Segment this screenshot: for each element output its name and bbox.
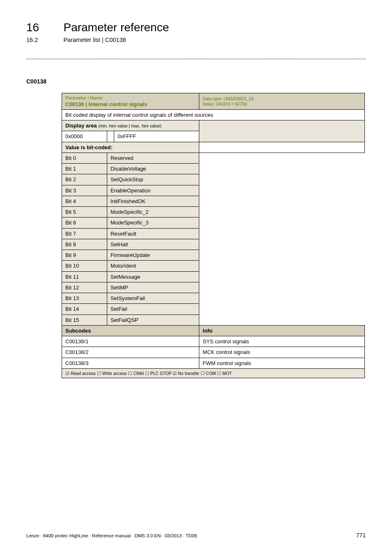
bit-label: Bit 5 (62, 207, 107, 217)
parameter-id-heading: C00138 (26, 78, 366, 85)
subcode-left: C00138/3 (62, 358, 199, 368)
bit-row: Bit 0Reserved (62, 153, 365, 163)
section-title: Parameter list | C00138 (63, 37, 126, 43)
bit-row: Bit 13SetSystemFail (62, 293, 365, 304)
bit-desc: SetHalt (107, 239, 199, 250)
section-number: 16.2 (26, 37, 62, 43)
bit-label: Bit 4 (62, 196, 107, 206)
chapter-number: 16 (26, 21, 62, 34)
bit-row: Bit 7ResetFault (62, 228, 365, 239)
bit-row: Bit 12SetIMP (62, 282, 365, 293)
bit-label: Bit 1 (62, 164, 107, 174)
subcodes-header-left: Subcodes (62, 325, 199, 336)
display-area-label: Display area (65, 123, 97, 129)
bit-desc: EnableOperation (107, 185, 199, 196)
bit-desc: ModeSpecific_2 (107, 207, 199, 217)
bit-label: Bit 3 (62, 185, 107, 196)
subcode-row: C00138/1SYS control signals (62, 336, 365, 347)
header-index: Index: 24437d = 5F75h (203, 102, 361, 107)
header-datatype: Data type: UNSIGNED_16 (203, 96, 361, 102)
header-param-name: C00138 | Internal control signals (65, 101, 196, 108)
bit-desc: ModeSpecific_3 (107, 217, 199, 228)
bit-label: Bit 9 (62, 250, 107, 261)
subcode-row: C00138/3FWM control signals (62, 358, 365, 368)
bit-label: Bit 10 (62, 261, 107, 271)
bit-desc: SetIMP (107, 282, 199, 293)
subcode-right: MCK control signals (199, 347, 365, 358)
subcode-left: C00138/2 (62, 347, 199, 358)
bit-row: Bit 5ModeSpecific_2 (62, 207, 365, 217)
table-header-row: Parameter | Name: C00138 | Internal cont… (62, 93, 365, 109)
subcodes-header-right: Info (199, 325, 365, 336)
bit-row: Bit 14SetFail (62, 304, 365, 314)
subcode-row: C00138/2MCK control signals (62, 347, 365, 358)
subcode-right: SYS control signals (199, 336, 365, 347)
description-row: Bit coded display of internal control si… (62, 109, 365, 120)
display-max: 0xFFFF (114, 131, 199, 142)
page-number: 771 (356, 532, 366, 539)
bit-label: Bit 11 (62, 271, 107, 282)
bit-desc: SetSystemFail (107, 293, 199, 304)
bit-row: Bit 10MotorIdent (62, 261, 365, 271)
bit-label: Bit 2 (62, 174, 107, 185)
bit-label: Bit 6 (62, 217, 107, 228)
access-footer-row: ☑ Read access ☐ Write access ☐ CINH ☐ PL… (62, 368, 365, 378)
bit-row: Bit 4InitFinishedOK (62, 196, 365, 206)
bit-desc: MotorIdent (107, 261, 199, 271)
bit-desc: SetFailQSP (107, 314, 199, 325)
bit-row: Bit 8SetHalt (62, 239, 365, 250)
bit-label: Bit 0 (62, 153, 107, 163)
bit-desc: SetQuickStop (107, 174, 199, 185)
bit-desc: FirmwareUpdate (107, 250, 199, 261)
bit-label: Bit 7 (62, 228, 107, 239)
bit-label: Bit 14 (62, 304, 107, 314)
access-footer-text: ☑ Read access ☐ Write access ☐ CINH ☐ PL… (62, 368, 365, 378)
bit-desc: SetMessage (107, 271, 199, 282)
bit-label: Bit 15 (62, 314, 107, 325)
description-text: Bit coded display of internal control si… (62, 109, 365, 120)
bit-desc: InitFinishedOK (107, 196, 199, 206)
display-area-empty (199, 120, 365, 142)
bit-row: Bit 15SetFailQSP (62, 314, 365, 325)
subcode-left: C00138/1 (62, 336, 199, 347)
bit-desc: SetFail (107, 304, 199, 314)
bit-row: Bit 3EnableOperation (62, 185, 365, 196)
parameter-table: Parameter | Name: C00138 | Internal cont… (62, 93, 365, 378)
subcodes-header-row: Subcodes Info (62, 325, 365, 336)
bit-label: Bit 13 (62, 293, 107, 304)
bit-desc: Reserved (107, 153, 199, 163)
divider (26, 59, 366, 59)
chapter-title: Parameter reference (63, 21, 169, 34)
bitcoded-label: Value is bit-coded: (62, 142, 199, 153)
bitcoded-empty (199, 142, 365, 153)
display-area-header-row: Display area (min. hex value | max. hex … (62, 120, 365, 131)
bitcoded-header-row: Value is bit-coded: (62, 142, 365, 153)
display-spacer (107, 131, 114, 142)
bit-desc: ResetFault (107, 228, 199, 239)
display-area-small: (min. hex value | max. hex value) (98, 123, 161, 128)
bit-row: Bit 9FirmwareUpdate (62, 250, 365, 261)
bit-desc: DisableVoltage (107, 164, 199, 174)
footer-left: Lenze · 8400 protec HighLine · Reference… (26, 533, 197, 538)
bit-row: Bit 1DisableVoltage (62, 164, 365, 174)
header-small-label: Parameter | Name: (65, 95, 196, 101)
bit-label: Bit 8 (62, 239, 107, 250)
display-min: 0x0000 (62, 131, 107, 142)
bit-row: Bit 11SetMessage (62, 271, 365, 282)
bit-row: Bit 6ModeSpecific_3 (62, 217, 365, 228)
subcode-right: FWM control signals (199, 358, 365, 368)
bit-row: Bit 2SetQuickStop (62, 174, 365, 185)
bit-label: Bit 12 (62, 282, 107, 293)
